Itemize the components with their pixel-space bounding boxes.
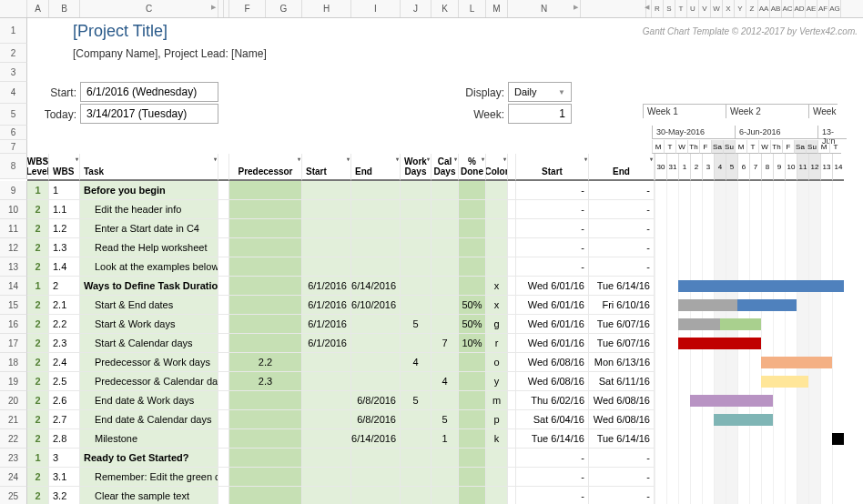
wbs-level-cell[interactable]: 2 (27, 353, 49, 372)
workdays-cell[interactable] (401, 429, 432, 449)
column-header[interactable]: U (687, 0, 699, 17)
end-cell[interactable]: 6/14/2016 (351, 277, 401, 296)
wbs-level-cell[interactable]: 1 (27, 277, 49, 296)
row-header[interactable]: 19 (0, 372, 27, 391)
wbs-level-cell[interactable]: 1 (27, 449, 49, 468)
column-header[interactable]: R (652, 0, 664, 17)
color-cell[interactable]: g (486, 315, 508, 334)
table-header-wbsLevel[interactable]: WBSLevel▾ (27, 154, 49, 181)
column-header[interactable]: AA (758, 0, 770, 17)
predecessor-cell[interactable] (229, 449, 302, 468)
end-cell[interactable] (351, 181, 401, 200)
caldays-cell[interactable] (432, 200, 459, 219)
column-header[interactable]: Y (735, 0, 746, 17)
workdays-cell[interactable] (401, 277, 432, 296)
task-cell[interactable]: Read the Help worksheet (80, 238, 218, 257)
row-header[interactable]: 21 (0, 410, 27, 429)
task-cell[interactable]: Milestone (80, 429, 218, 449)
color-cell[interactable] (486, 181, 508, 200)
table-header-start[interactable]: Start▾ (302, 154, 351, 181)
task-cell[interactable]: Edit the header info (80, 200, 218, 219)
column-header[interactable]: AB (770, 0, 782, 17)
workdays-cell[interactable] (401, 372, 432, 391)
start-cell[interactable] (302, 487, 351, 504)
caldays-cell[interactable] (432, 219, 459, 238)
end-cell[interactable] (351, 334, 401, 353)
predecessor-cell[interactable] (229, 257, 302, 277)
row-header[interactable]: 4 (0, 82, 27, 104)
column-header[interactable]: F (229, 0, 266, 17)
task-cell[interactable]: Enter a Start date in C4 (80, 219, 218, 238)
predecessor-cell[interactable] (229, 468, 302, 487)
start-cell[interactable] (302, 219, 351, 238)
caldays-cell[interactable]: 4 (432, 372, 459, 391)
end-cell[interactable] (351, 372, 401, 391)
pctdone-cell[interactable] (459, 277, 486, 296)
caldays-cell[interactable]: 1 (432, 429, 459, 449)
column-header[interactable]: AF (817, 0, 829, 17)
workdays-cell[interactable] (401, 181, 432, 200)
workdays-cell[interactable]: 4 (401, 353, 432, 372)
column-header[interactable]: W (711, 0, 723, 17)
predecessor-cell[interactable] (229, 429, 302, 449)
start-cell[interactable] (302, 257, 351, 277)
row-header[interactable]: 5 (0, 104, 27, 126)
wbs-cell[interactable]: 2.4 (49, 353, 80, 372)
caldays-cell[interactable] (432, 277, 459, 296)
color-cell[interactable] (486, 238, 508, 257)
week-input[interactable]: 1 (508, 104, 572, 124)
wbs-cell[interactable]: 3 (49, 449, 80, 468)
wbs-level-cell[interactable]: 2 (27, 200, 49, 219)
column-header[interactable]: AE (806, 0, 817, 17)
end-cell[interactable] (351, 315, 401, 334)
table-header-end[interactable]: End▾ (351, 154, 401, 181)
workdays-cell[interactable]: 5 (401, 391, 432, 410)
predecessor-cell[interactable] (229, 296, 302, 315)
start-cell[interactable] (302, 468, 351, 487)
column-header[interactable]: AG (829, 0, 841, 17)
wbs-level-cell[interactable]: 2 (27, 391, 49, 410)
caldays-cell[interactable] (432, 449, 459, 468)
caldays-cell[interactable] (432, 391, 459, 410)
color-cell[interactable] (486, 219, 508, 238)
row-header[interactable]: 1 (0, 18, 27, 44)
predecessor-cell[interactable] (229, 410, 302, 429)
start-cell[interactable] (302, 353, 351, 372)
start-date-input[interactable]: 6/1/2016 (Wednesday) (80, 82, 218, 102)
table-header-[interactable] (218, 154, 229, 181)
workdays-cell[interactable] (401, 334, 432, 353)
today-date-input[interactable]: 3/14/2017 (Tuesday) (80, 104, 218, 124)
caldays-cell[interactable]: 7 (432, 334, 459, 353)
wbs-cell[interactable]: 1.2 (49, 219, 80, 238)
wbs-cell[interactable]: 1.4 (49, 257, 80, 277)
table-header-color[interactable]: Color▾ (486, 154, 508, 181)
caldays-cell[interactable] (432, 468, 459, 487)
end-cell[interactable]: 6/10/2016 (351, 296, 401, 315)
pctdone-cell[interactable] (459, 449, 486, 468)
caldays-cell[interactable] (432, 296, 459, 315)
table-header-task[interactable]: Task▾ (80, 154, 218, 181)
row-header[interactable]: 25 (0, 487, 27, 504)
task-cell[interactable]: Look at the examples below (80, 257, 218, 277)
workdays-cell[interactable]: 5 (401, 315, 432, 334)
predecessor-cell[interactable] (229, 391, 302, 410)
wbs-cell[interactable]: 2 (49, 277, 80, 296)
row-header[interactable]: 8 (0, 154, 27, 179)
column-header[interactable] (581, 0, 646, 17)
task-cell[interactable]: Clear the sample text (80, 487, 218, 504)
caldays-cell[interactable] (432, 181, 459, 200)
pctdone-cell[interactable] (459, 410, 486, 429)
color-cell[interactable]: p (486, 410, 508, 429)
pctdone-cell[interactable]: 50% (459, 315, 486, 334)
color-cell[interactable]: m (486, 391, 508, 410)
column-header[interactable]: S (664, 0, 675, 17)
start-cell[interactable] (302, 372, 351, 391)
caldays-cell[interactable] (432, 353, 459, 372)
color-cell[interactable] (486, 487, 508, 504)
column-header[interactable]: X (723, 0, 735, 17)
wbs-level-cell[interactable]: 1 (27, 181, 49, 200)
workdays-cell[interactable] (401, 296, 432, 315)
start-cell[interactable] (302, 410, 351, 429)
task-cell[interactable]: Ways to Define Task Durations (80, 277, 218, 296)
row-header[interactable]: 18 (0, 353, 27, 372)
